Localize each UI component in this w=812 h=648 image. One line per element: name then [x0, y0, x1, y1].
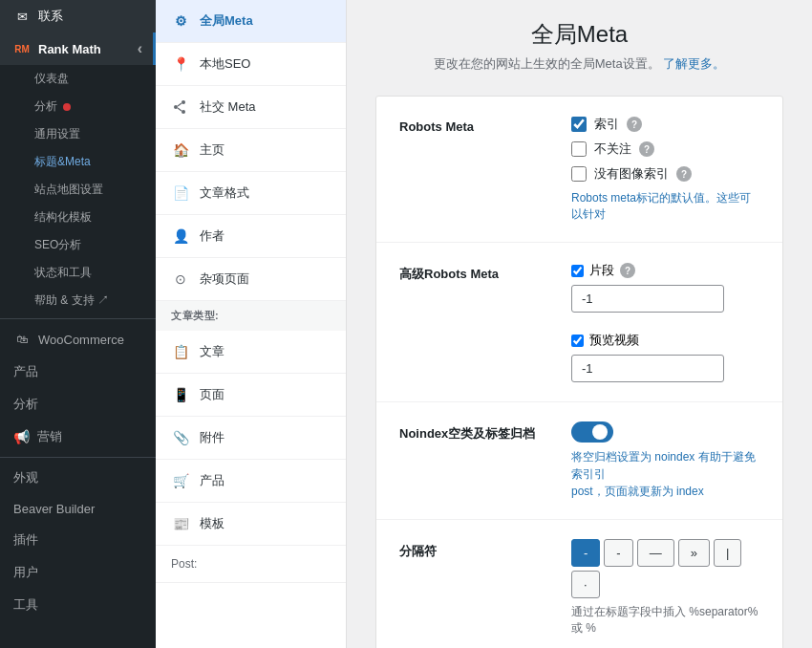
- social-icon: [171, 97, 190, 117]
- svg-point-2: [182, 110, 185, 114]
- settings-card: Robots Meta 索引 ? 不关注 ? 没有图像索引: [375, 96, 783, 648]
- separator-buttons: - - — » | ·: [571, 539, 759, 598]
- sidebar-sub-seo[interactable]: SEO分析: [0, 231, 156, 259]
- preview-checkbox[interactable]: [571, 335, 584, 347]
- sep-btn-guillemet[interactable]: »: [678, 539, 710, 567]
- svg-point-0: [174, 105, 178, 109]
- noimageindex-checkbox[interactable]: [571, 166, 587, 182]
- snippet-checkbox[interactable]: [571, 265, 584, 277]
- nav-item-author[interactable]: 👤 作者: [156, 215, 346, 258]
- noindex-description: 将空归档设置为 noindex 有助于避免索引引 post，页面就更新为 ind…: [571, 448, 759, 500]
- nav-item-product[interactable]: 🛒 产品: [156, 460, 346, 503]
- woo-icon: 🛍: [13, 331, 31, 348]
- sidebar-item-yonghu[interactable]: 用户: [0, 556, 156, 589]
- nav-item-misc-page[interactable]: ⊙ 杂项页面: [156, 258, 346, 301]
- nofollow-help-icon[interactable]: ?: [639, 141, 654, 157]
- sidebar-item-beaver[interactable]: Beaver Builder: [0, 494, 156, 524]
- nav-item-global-meta[interactable]: ⚙ 全局Meta: [156, 0, 346, 43]
- sidebar: ✉ 联系 RM Rank Math ‹ 仪表盘 分析 通用设置 标题&Meta …: [0, 0, 156, 648]
- sep-btn-dash-small[interactable]: -: [571, 539, 600, 567]
- sidebar-sub-bangzhu[interactable]: 帮助 & 支持 ↗: [0, 287, 156, 314]
- sep-btn-dot[interactable]: ·: [571, 571, 600, 598]
- snippet-label-row: 片段 ?: [571, 262, 724, 279]
- noindex-label: Noindex空类及标签归档: [399, 421, 552, 443]
- robots-meta-label: Robots Meta: [399, 116, 552, 134]
- advanced-robots-label: 高级Robots Meta: [399, 262, 552, 283]
- sidebar-item-yingxiao[interactable]: 📢 营销: [0, 421, 156, 453]
- preview-label: 预览视频: [589, 332, 639, 349]
- snippet-help-icon[interactable]: ?: [620, 263, 635, 278]
- robots-note: Robots meta标记的默认值。这些可以针对: [571, 190, 759, 223]
- sidebar-sub-tongyong[interactable]: 通用设置: [0, 120, 156, 148]
- noindex-row: Noindex空类及标签归档 将空归档设置为 noindex 有助于避免索引引 …: [376, 402, 782, 520]
- svg-line-3: [178, 103, 182, 106]
- nav-item-homepage[interactable]: 🏠 主页: [156, 129, 346, 172]
- noindex-control: 将空归档设置为 noindex 有助于避免索引引 post，页面就更新为 ind…: [571, 421, 759, 500]
- nav-item-social-meta[interactable]: 社交 Meta: [156, 86, 346, 129]
- robots-nofollow-row: 不关注 ?: [571, 140, 759, 158]
- sidebar-sub-zhuangtai[interactable]: 状态和工具: [0, 259, 156, 287]
- robots-index-row: 索引 ?: [571, 116, 759, 133]
- sidebar-item-rank-math[interactable]: RM Rank Math ‹: [0, 32, 156, 65]
- template-icon: 📰: [171, 514, 190, 533]
- index-checkbox[interactable]: [571, 117, 587, 132]
- nav-item-page[interactable]: 📱 页面: [156, 374, 346, 417]
- sidebar-item-fenxi2[interactable]: 分析: [0, 388, 156, 421]
- sidebar-sub-yibiaopan[interactable]: 仪表盘: [0, 65, 156, 93]
- preview-label-row: 预览视频: [571, 332, 724, 349]
- nav-item-template[interactable]: 📰 模板: [156, 503, 346, 546]
- sidebar-item-chajian[interactable]: 插件: [0, 524, 156, 556]
- sidebar-item-lianxi[interactable]: ✉ 联系: [0, 0, 156, 32]
- rank-math-icon: RM: [13, 40, 31, 57]
- nav-item-article[interactable]: 📋 文章: [156, 331, 346, 374]
- sidebar-item-chanpin[interactable]: 产品: [0, 356, 156, 388]
- nav-item-attachment[interactable]: 📎 附件: [156, 417, 346, 460]
- sep-btn-dash-long[interactable]: —: [637, 539, 674, 567]
- index-label: 索引: [594, 116, 619, 133]
- user-icon: 👤: [171, 227, 190, 246]
- robots-meta-row: Robots Meta 索引 ? 不关注 ? 没有图像索引: [376, 97, 782, 243]
- snippet-input[interactable]: [571, 285, 724, 313]
- location-icon: 📍: [171, 54, 190, 74]
- analysis-badge: [63, 103, 71, 111]
- attachment-icon: 📎: [171, 428, 190, 447]
- megaphone-icon: 📢: [13, 429, 30, 444]
- sidebar-item-waiguan[interactable]: 外观: [0, 462, 156, 494]
- main-content: ⚙ 全局Meta 📍 本地SEO 社交 Meta 🏠 主页 📄 文章格式 👤 作…: [156, 0, 812, 648]
- separator-label: 分隔符: [399, 539, 552, 560]
- svg-line-4: [178, 108, 182, 111]
- noindex-toggle[interactable]: [571, 421, 613, 443]
- svg-point-1: [182, 100, 185, 104]
- snippet-label: 片段: [589, 262, 614, 279]
- page-title: 全局Meta: [375, 19, 783, 50]
- sidebar-sub-fenxi[interactable]: 分析: [0, 93, 156, 120]
- sep-btn-dash-medium[interactable]: -: [604, 539, 632, 567]
- sidebar-item-gongju[interactable]: 工具: [0, 589, 156, 621]
- gear-icon: ⚙: [171, 11, 190, 31]
- robots-meta-control: 索引 ? 不关注 ? 没有图像索引 ? Robots meta标记的默认值。这些…: [571, 116, 759, 223]
- document-icon: 📄: [171, 184, 190, 203]
- sidebar-item-woocommerce[interactable]: 🛍 WooCommerce: [0, 323, 156, 356]
- sidebar-sub-biaoqing[interactable]: 标题&Meta: [0, 148, 156, 176]
- separator-control: - - — » | · 通过在标题字段中插入 %separator% 或 %: [571, 539, 759, 637]
- toggle-slider: [571, 421, 613, 443]
- nav-item-local-seo[interactable]: 📍 本地SEO: [156, 43, 346, 86]
- noimageindex-help-icon[interactable]: ?: [676, 166, 692, 182]
- nav-item-article-format[interactable]: 📄 文章格式: [156, 172, 346, 215]
- learn-more-link[interactable]: 了解更多。: [663, 56, 725, 71]
- page-icon: 📱: [171, 385, 190, 404]
- sep-btn-pipe[interactable]: |: [714, 539, 741, 567]
- separator-row: 分隔符 - - — » | · 通过在标题字段中插入 %separator% 或…: [376, 520, 782, 648]
- mail-icon: ✉: [13, 8, 31, 25]
- advanced-robots-inputs: 片段 ? 预览视频: [571, 262, 759, 382]
- nofollow-checkbox[interactable]: [571, 141, 587, 157]
- post-types-header: 文章类型:: [156, 301, 346, 331]
- sidebar-sub-zhanditu[interactable]: 站点地图设置: [0, 176, 156, 204]
- sidebar-sub-jiegou[interactable]: 结构化模板: [0, 204, 156, 231]
- nav-item-post[interactable]: Post:: [156, 546, 346, 583]
- advanced-robots-control: 片段 ? 预览视频: [571, 262, 759, 382]
- separator-note: 通过在标题字段中插入 %separator% 或 %: [571, 604, 759, 637]
- preview-input[interactable]: [571, 355, 724, 382]
- index-help-icon[interactable]: ?: [627, 117, 642, 132]
- snippet-col: 片段 ?: [571, 262, 724, 313]
